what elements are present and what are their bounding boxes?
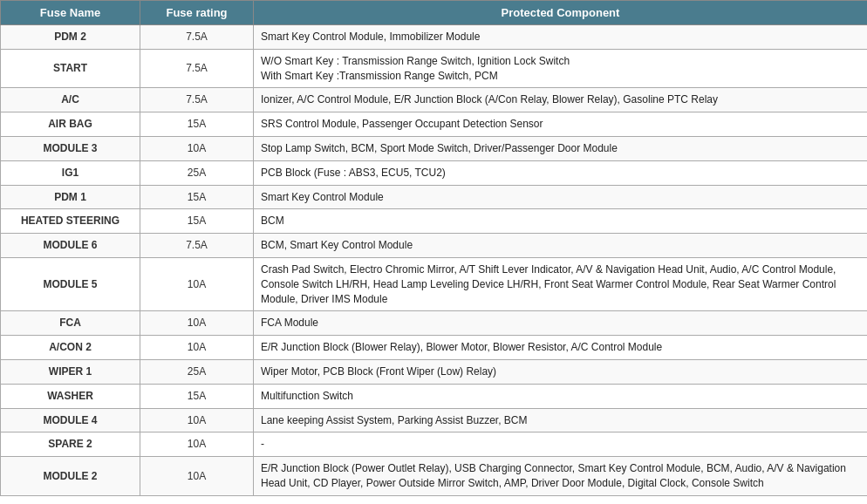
fuse-rating-cell: 10A [140, 311, 254, 336]
table-row: PDM 115ASmart Key Control Module [1, 185, 868, 209]
fuse-name-cell: HEATED STEERING [1, 209, 140, 234]
fuse-rating-cell: 10A [140, 257, 254, 310]
header-protected-component: Protected Component [254, 1, 868, 25]
table-row: MODULE 510ACrash Pad Switch, Electro Chr… [1, 257, 868, 310]
header-fuse-rating: Fuse rating [140, 1, 254, 25]
table-row: AIR BAG15ASRS Control Module, Passenger … [1, 112, 868, 137]
protected-component-cell: SRS Control Module, Passenger Occupant D… [254, 112, 868, 137]
fuse-rating-cell: 10A [140, 408, 254, 432]
protected-component-cell: E/R Junction Block (Power Outlet Relay),… [254, 457, 868, 496]
table-row: IG125APCB Block (Fuse : ABS3, ECU5, TCU2… [1, 160, 868, 185]
fuse-rating-cell: 10A [140, 432, 254, 457]
table-row: A/CON 210AE/R Junction Block (Blower Rel… [1, 336, 868, 360]
fuse-rating-cell: 15A [140, 209, 254, 234]
fuse-rating-cell: 7.5A [140, 234, 254, 258]
protected-component-cell: BCM [254, 209, 868, 234]
fuse-name-cell: WASHER [1, 384, 140, 408]
fuse-rating-cell: 10A [140, 136, 254, 160]
fuse-table: Fuse Name Fuse rating Protected Componen… [0, 0, 867, 496]
header-fuse-name: Fuse Name [1, 1, 140, 25]
protected-component-cell: Ionizer, A/C Control Module, E/R Junctio… [254, 88, 868, 112]
protected-component-cell: Smart Key Control Module, Immobilizer Mo… [254, 25, 868, 50]
table-row: MODULE 67.5ABCM, Smart Key Control Modul… [1, 234, 868, 258]
table-row: PDM 27.5ASmart Key Control Module, Immob… [1, 25, 868, 50]
table-row: SPARE 210A- [1, 432, 868, 457]
table-row: HEATED STEERING15ABCM [1, 209, 868, 234]
fuse-rating-cell: 15A [140, 384, 254, 408]
table-row: MODULE 410ALane keeping Assist System, P… [1, 408, 868, 432]
fuse-name-cell: PDM 2 [1, 25, 140, 50]
fuse-name-cell: MODULE 5 [1, 257, 140, 310]
fuse-name-cell: MODULE 4 [1, 408, 140, 432]
fuse-name-cell: A/C [1, 88, 140, 112]
fuse-name-cell: IG1 [1, 160, 140, 185]
fuse-name-cell: MODULE 3 [1, 136, 140, 160]
table-row: WASHER15AMultifunction Switch [1, 384, 868, 408]
fuse-rating-cell: 7.5A [140, 88, 254, 112]
fuse-name-cell: MODULE 6 [1, 234, 140, 258]
protected-component-cell: Smart Key Control Module [254, 185, 868, 209]
protected-component-cell: Lane keeping Assist System, Parking Assi… [254, 408, 868, 432]
fuse-name-cell: FCA [1, 311, 140, 336]
protected-component-cell: - [254, 432, 868, 457]
fuse-name-cell: SPARE 2 [1, 432, 140, 457]
fuse-name-cell: MODULE 2 [1, 457, 140, 496]
protected-component-cell: Multifunction Switch [254, 384, 868, 408]
protected-component-cell: W/O Smart Key : Transmission Range Switc… [254, 49, 868, 88]
fuse-rating-cell: 10A [140, 336, 254, 360]
fuse-name-cell: AIR BAG [1, 112, 140, 137]
protected-component-cell: FCA Module [254, 311, 868, 336]
table-row: MODULE 310AStop Lamp Switch, BCM, Sport … [1, 136, 868, 160]
table-row: A/C7.5AIonizer, A/C Control Module, E/R … [1, 88, 868, 112]
fuse-name-cell: A/CON 2 [1, 336, 140, 360]
table-row: MODULE 210AE/R Junction Block (Power Out… [1, 457, 868, 496]
fuse-rating-cell: 15A [140, 112, 254, 137]
protected-component-cell: Crash Pad Switch, Electro Chromic Mirror… [254, 257, 868, 310]
table-row: FCA10AFCA Module [1, 311, 868, 336]
fuse-rating-cell: 10A [140, 457, 254, 496]
fuse-rating-cell: 25A [140, 359, 254, 384]
table-row: START7.5AW/O Smart Key : Transmission Ra… [1, 49, 868, 88]
fuse-name-cell: START [1, 49, 140, 88]
protected-component-cell: E/R Junction Block (Blower Relay), Blowe… [254, 336, 868, 360]
fuse-name-cell: PDM 1 [1, 185, 140, 209]
protected-component-cell: Stop Lamp Switch, BCM, Sport Mode Switch… [254, 136, 868, 160]
table-row: WIPER 125AWiper Motor, PCB Block (Front … [1, 359, 868, 384]
protected-component-cell: BCM, Smart Key Control Module [254, 234, 868, 258]
fuse-rating-cell: 7.5A [140, 49, 254, 88]
protected-component-cell: PCB Block (Fuse : ABS3, ECU5, TCU2) [254, 160, 868, 185]
fuse-rating-cell: 25A [140, 160, 254, 185]
fuse-rating-cell: 15A [140, 185, 254, 209]
fuse-rating-cell: 7.5A [140, 25, 254, 50]
fuse-name-cell: WIPER 1 [1, 359, 140, 384]
protected-component-cell: Wiper Motor, PCB Block (Front Wiper (Low… [254, 359, 868, 384]
